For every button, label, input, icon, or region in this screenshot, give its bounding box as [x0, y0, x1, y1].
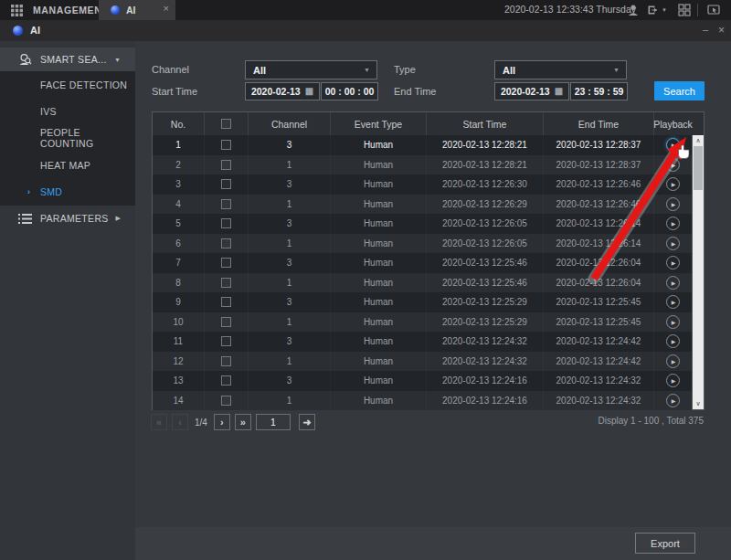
- cell-channel: 1: [248, 391, 330, 411]
- page-number-input[interactable]: 1: [256, 414, 291, 430]
- cell-no: 6: [153, 234, 204, 254]
- close-icon[interactable]: ×: [718, 24, 725, 37]
- row-checkbox[interactable]: [221, 160, 231, 170]
- row-checkbox[interactable]: [221, 258, 231, 268]
- table-row[interactable]: 53Human2020-02-13 12:26:052020-02-13 12:…: [153, 214, 692, 234]
- row-checkbox[interactable]: [221, 179, 231, 189]
- playback-button[interactable]: ▶: [666, 394, 680, 407]
- row-checkbox[interactable]: [221, 218, 231, 228]
- table-row[interactable]: 93Human2020-02-13 12:25:292020-02-13 12:…: [153, 292, 692, 312]
- go-to-page-button[interactable]: ➜: [299, 414, 315, 430]
- playback-button[interactable]: ▶: [666, 374, 680, 387]
- prev-page-button[interactable]: ‹: [172, 414, 188, 430]
- row-checkbox[interactable]: [221, 199, 231, 209]
- end-time-input[interactable]: 23 : 59 : 59: [570, 82, 628, 100]
- minimize-icon[interactable]: –: [703, 24, 708, 35]
- table-row[interactable]: 21Human2020-02-13 12:28:212020-02-13 12:…: [153, 155, 692, 175]
- sidebar-item-label: FACE DETECTION: [40, 79, 127, 90]
- cell-no: 9: [153, 292, 204, 312]
- playback-button[interactable]: ▶: [666, 237, 680, 250]
- cell-channel: 3: [248, 332, 330, 352]
- table-row[interactable]: 121Human2020-02-13 12:24:322020-02-13 12…: [153, 352, 692, 372]
- table-row[interactable]: 81Human2020-02-13 12:25:462020-02-13 12:…: [153, 273, 692, 293]
- start-date-input[interactable]: 2020-02-13 ▦: [245, 82, 320, 100]
- row-checkbox[interactable]: [221, 278, 231, 288]
- playback-button[interactable]: ▶: [666, 197, 680, 211]
- row-checkbox[interactable]: [221, 238, 231, 248]
- table-row[interactable]: 141Human2020-02-13 12:24:162020-02-13 12…: [153, 391, 692, 411]
- scrollbar-thumb[interactable]: [694, 146, 703, 190]
- calendar-icon[interactable]: ▦: [555, 87, 563, 96]
- playback-button[interactable]: ▶: [666, 138, 680, 152]
- last-page-button[interactable]: »: [235, 414, 251, 430]
- sidebar-item-ivs[interactable]: IVS: [0, 98, 135, 124]
- export-button[interactable]: Export: [635, 533, 695, 554]
- sidebar-item-heat-map[interactable]: HEAT MAP: [0, 152, 135, 178]
- row-checkbox[interactable]: [221, 375, 231, 386]
- cell-end-time: 2020-02-13 12:28:37: [543, 135, 653, 155]
- cell-end-time: 2020-02-13 12:26:04: [543, 273, 653, 293]
- table-row[interactable]: 33Human2020-02-13 12:26:302020-02-13 12:…: [153, 174, 692, 195]
- next-page-button[interactable]: ›: [214, 414, 230, 430]
- cell-playback: ▶: [653, 312, 692, 333]
- sidebar-item-people-counting[interactable]: PEOPLE COUNTING: [0, 125, 135, 152]
- logout-caret-icon[interactable]: ▼: [662, 7, 667, 13]
- playback-button[interactable]: ▶: [666, 276, 680, 290]
- start-time-input[interactable]: 00 : 00 : 00: [321, 82, 378, 100]
- cell-playback: ▶: [653, 292, 692, 312]
- row-checkbox[interactable]: [221, 356, 231, 366]
- management-menu[interactable]: MANAGEMENT: [33, 5, 108, 16]
- table-row[interactable]: 101Human2020-02-13 12:25:292020-02-13 12…: [153, 312, 692, 333]
- row-checkbox[interactable]: [221, 336, 231, 346]
- cell-no: 1: [153, 135, 204, 155]
- type-select[interactable]: All ▼: [494, 60, 627, 79]
- screen-layout-icon[interactable]: [678, 4, 691, 16]
- playback-button[interactable]: ▶: [666, 158, 680, 172]
- sidebar-item-face-detection[interactable]: FACE DETECTION: [0, 71, 135, 98]
- tab-close-icon[interactable]: ×: [164, 3, 169, 14]
- main-menu-grid-icon[interactable]: [11, 5, 23, 16]
- playback-button[interactable]: ▶: [666, 334, 680, 348]
- cell-event-type: Human: [330, 273, 426, 293]
- row-checkbox[interactable]: [221, 297, 231, 307]
- sidebar-group-smart-search[interactable]: SMART SEA... ▼: [0, 48, 135, 71]
- cell-event-type: Human: [330, 195, 426, 215]
- sidebar-item-parameters[interactable]: PARAMETERS ▶: [0, 206, 135, 230]
- cell-playback: ▶: [653, 352, 692, 372]
- sidebar-item-smd[interactable]: ›SMD: [0, 179, 135, 206]
- table-row[interactable]: 133Human2020-02-13 12:24:162020-02-13 12…: [153, 371, 692, 391]
- row-checkbox[interactable]: [221, 317, 231, 327]
- play-icon: ▶: [672, 220, 676, 227]
- cell-playback: ▶: [653, 273, 692, 293]
- cell-event-type: Human: [330, 391, 426, 411]
- cell-event-type: Human: [330, 312, 426, 333]
- table-row[interactable]: 73Human2020-02-13 12:25:462020-02-13 12:…: [153, 253, 692, 273]
- logout-icon[interactable]: [647, 4, 660, 16]
- search-button[interactable]: Search: [654, 81, 705, 100]
- first-page-button[interactable]: «: [151, 414, 167, 430]
- playback-button[interactable]: ▶: [666, 217, 680, 230]
- sidebar-item-label: HEAT MAP: [40, 160, 90, 171]
- calendar-icon[interactable]: ▦: [305, 87, 313, 96]
- user-icon[interactable]: [627, 4, 640, 16]
- table-row[interactable]: 113Human2020-02-13 12:24:322020-02-13 12…: [153, 332, 692, 352]
- playback-button[interactable]: ▶: [666, 256, 680, 269]
- table-row[interactable]: 13Human2020-02-13 12:28:212020-02-13 12:…: [153, 135, 692, 155]
- channel-select[interactable]: All ▼: [245, 60, 377, 79]
- vertical-scrollbar[interactable]: ∧ ∨: [692, 135, 704, 409]
- scroll-up-icon[interactable]: ∧: [693, 137, 704, 144]
- remote-monitor-icon[interactable]: [707, 4, 720, 16]
- playback-button[interactable]: ▶: [666, 295, 680, 309]
- tab-ai[interactable]: AI ×: [99, 0, 175, 20]
- playback-button[interactable]: ▶: [666, 315, 680, 329]
- table-row[interactable]: 61Human2020-02-13 12:26:052020-02-13 12:…: [153, 234, 692, 254]
- row-checkbox[interactable]: [221, 396, 231, 406]
- cell-event-type: Human: [330, 352, 426, 372]
- playback-button[interactable]: ▶: [666, 177, 680, 191]
- table-row[interactable]: 41Human2020-02-13 12:26:292020-02-13 12:…: [153, 195, 692, 215]
- scroll-down-icon[interactable]: ∨: [693, 400, 704, 407]
- row-checkbox[interactable]: [221, 140, 231, 150]
- end-date-input[interactable]: 2020-02-13 ▦: [494, 82, 569, 100]
- playback-button[interactable]: ▶: [666, 354, 680, 368]
- select-all-checkbox[interactable]: [221, 119, 231, 129]
